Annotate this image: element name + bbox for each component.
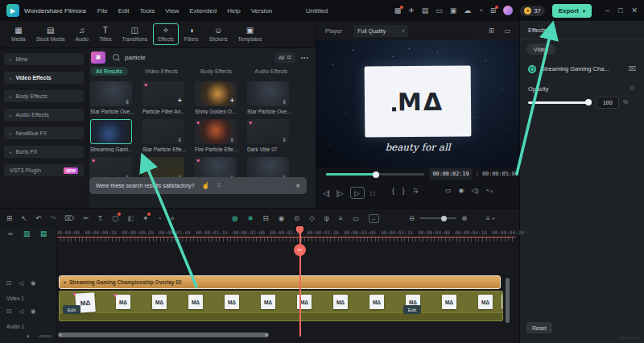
sidebar-item-mine[interactable]: ▸Mine <box>4 53 84 65</box>
download-icon[interactable]: ⇩ <box>282 99 287 105</box>
effect-card[interactable]: ♥+Particle Filter An... <box>142 81 184 114</box>
device-icon[interactable]: ▭ <box>436 7 443 14</box>
download-icon[interactable]: ⇩ <box>229 137 234 143</box>
export-button[interactable]: Export ▾ <box>552 4 592 18</box>
reset-button[interactable]: Reset <box>526 322 552 333</box>
effect-enable-toggle[interactable] <box>528 65 536 73</box>
volume-button[interactable]: ◁) <box>472 187 479 194</box>
effect-thumbnail[interactable]: ⇩ <box>142 119 184 144</box>
lock-icon[interactable]: ⊡ <box>6 279 11 287</box>
display-mode-button[interactable]: ▭ <box>445 187 452 194</box>
video-preview[interactable]: MΔ beauty for all <box>316 40 519 167</box>
magnetic-icon[interactable]: ∞ <box>8 230 13 238</box>
result-tab-audio-effects[interactable]: Audio Effects <box>249 67 293 76</box>
effect-card[interactable]: ♥⇩Dark Vibe 07 <box>247 119 289 152</box>
visibility-icon[interactable]: ◉ <box>31 308 36 315</box>
cloud-upload-icon[interactable]: ☁ <box>464 7 471 14</box>
export-frame-icon[interactable]: ⊟ <box>263 215 269 222</box>
timeline-vertical-scrollbar[interactable] <box>506 278 510 323</box>
share-icon[interactable]: ✈ <box>408 7 415 14</box>
play-button[interactable]: ▷ <box>350 187 365 199</box>
step-forward-button[interactable]: |▷ <box>336 189 344 197</box>
tab-stickers[interactable]: ☺Stickers <box>204 23 232 45</box>
effect-card[interactable]: ⇩Star Particle Ove... <box>247 81 289 114</box>
video-clip[interactable]: MΔ♥MΔ♥MΔMΔMΔMΔMΔMΔMΔMΔMΔMΔMΔEditEdit <box>59 291 503 321</box>
mask-icon[interactable]: ◧ <box>127 215 134 222</box>
voice-changer-icon[interactable]: ◍ <box>232 215 237 222</box>
maximize-button[interactable]: □ <box>618 6 622 14</box>
notifications-icon[interactable]: ◔ <box>478 7 482 14</box>
tab-effects[interactable]: ✧Effects <box>153 23 179 45</box>
undo-icon[interactable]: ↶ <box>35 215 41 222</box>
quick-split-icon[interactable]: ✂ <box>294 244 306 256</box>
coin-balance[interactable]: + 37 <box>520 6 544 16</box>
mute-icon[interactable]: ◁ <box>19 279 23 287</box>
effect-thumbnail[interactable]: ⇩ <box>247 81 289 106</box>
clip-type-pill[interactable]: Video <box>526 43 555 55</box>
add-icon[interactable]: + <box>178 97 182 105</box>
quality-dropdown[interactable]: Full Quality ▾ <box>353 25 408 37</box>
split-icon[interactable]: ✂ <box>84 215 89 222</box>
zoom-out-icon[interactable]: ⊖ <box>409 215 415 222</box>
effect-thumbnail[interactable]: ⇩ <box>90 81 132 106</box>
menu-edit[interactable]: Edit <box>118 7 130 14</box>
gift-icon[interactable]: ▩ <box>394 7 402 14</box>
crop-icon[interactable]: ▢ <box>112 215 118 222</box>
minimize-button[interactable]: – <box>605 6 609 14</box>
result-tab-body-effects[interactable]: Body Effects <box>195 67 237 76</box>
effect-thumbnail[interactable]: + <box>195 81 237 106</box>
tab-titles[interactable]: TTitles <box>94 23 116 45</box>
close-icon[interactable]: ✕ <box>295 183 300 189</box>
render-preview-icon[interactable]: ⊙ <box>294 215 299 222</box>
sidebar-item-body-effects[interactable]: ▸Body Effects <box>4 90 84 102</box>
add-icon[interactable]: + <box>230 97 234 105</box>
select-tool-icon[interactable]: ↖ <box>21 215 27 222</box>
more-tools-icon[interactable]: » <box>171 215 175 222</box>
magic-wand-icon[interactable]: ✶ <box>142 215 148 222</box>
effect-card[interactable]: ⇩Star Particle Ove... <box>90 81 132 114</box>
keyframe-icon[interactable]: ◇ <box>630 85 634 91</box>
effect-card[interactable]: ♥⇩Fire Particle Effe... <box>195 119 237 152</box>
tab-templates[interactable]: ▣Templates <box>233 23 267 45</box>
layout-icon[interactable]: ⊞ <box>6 215 12 222</box>
download-icon[interactable]: ⇩ <box>282 137 287 143</box>
thumbs-up-icon[interactable]: ☝ <box>201 183 209 189</box>
auto-ripple-icon[interactable]: ↔ <box>369 214 379 223</box>
sidebar-item-boris-fx[interactable]: ▸Boris FX <box>4 146 84 158</box>
snapshot-icon[interactable]: ▣ <box>450 7 457 14</box>
menu-extended[interactable]: Extended <box>189 7 217 14</box>
ai-tools-icon[interactable]: ❄ <box>247 215 253 222</box>
menu-help[interactable]: Help <box>227 7 240 14</box>
playhead[interactable]: ✂ <box>299 227 301 337</box>
edit-badge[interactable]: Edit <box>403 305 421 314</box>
timeline-horizontal-scrollbar[interactable] <box>58 333 269 337</box>
avatar[interactable] <box>503 6 513 15</box>
effect-card[interactable]: ⇩Star Particle Effe... <box>142 119 184 152</box>
text-tool-icon[interactable]: T. <box>98 215 104 222</box>
speed-icon[interactable]: ◔ <box>157 215 161 222</box>
sidebar-item-audio-effects[interactable]: ▸Audio Effects <box>4 109 84 121</box>
marker-icon[interactable]: ◇ <box>309 215 315 222</box>
menu-version[interactable]: Version <box>251 7 273 14</box>
effect-card[interactable]: Streaming Gami... <box>90 119 132 152</box>
keyframe-panel-icon[interactable]: ▤ <box>40 230 47 238</box>
step-back-button[interactable]: ◁| <box>323 189 330 197</box>
search-scope-button[interactable]: All ⊡ <box>275 52 295 63</box>
opacity-slider[interactable] <box>528 101 591 104</box>
result-tab-all-results[interactable]: All Results <box>90 67 128 76</box>
render-flag-button[interactable]: ⚐▾ <box>413 187 418 195</box>
effect-card[interactable]: +Shiny Golden O... <box>195 81 237 114</box>
effect-thumbnail[interactable] <box>90 119 132 144</box>
split-view-icon[interactable]: ⊞ <box>489 27 494 35</box>
tab-effects[interactable]: Effects <box>528 27 547 34</box>
result-tab-video-effects[interactable]: Video Effects <box>139 67 184 76</box>
delete-icon[interactable]: ⌦ <box>65 215 75 222</box>
save-icon[interactable]: ▤ <box>422 7 429 14</box>
screen-record-icon[interactable]: ▭ <box>353 215 359 222</box>
link-icon[interactable]: ▥ <box>23 230 30 238</box>
zoom-slider[interactable] <box>419 217 456 219</box>
sidebar-item-newblue-fx[interactable]: ▸NewBlue FX <box>4 127 84 139</box>
effect-thumbnail[interactable]: ♥+ <box>142 81 184 106</box>
fullscreen-button[interactable]: ↖↘ <box>485 188 492 193</box>
menu-tools[interactable]: Tools <box>139 7 155 14</box>
